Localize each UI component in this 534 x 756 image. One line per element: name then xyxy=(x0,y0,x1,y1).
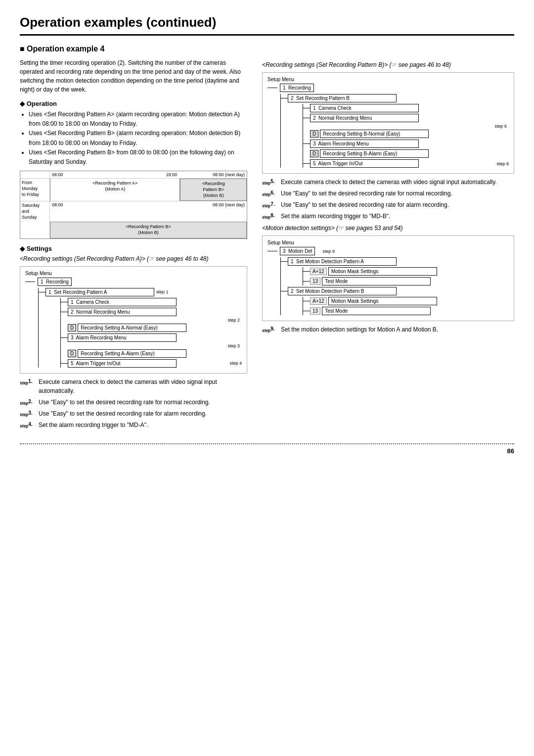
step-text-5: Execute camera check to detect the camer… xyxy=(281,178,514,187)
row-label-monfri: From Mondayto Friday xyxy=(20,179,50,201)
diagram-a: Setup Menu 1 Recording 1 Set Recording P… xyxy=(20,266,247,374)
section-title: Operation example 4 xyxy=(20,45,514,53)
setup-label-a: Setup Menu xyxy=(25,271,242,276)
d-box-alarm-a: D xyxy=(68,350,76,357)
pattern-a-cell: <Recording Pattern A>(Motion A) xyxy=(50,179,180,201)
a12-box-1: A+12 xyxy=(310,268,327,275)
step-num-4: step4. xyxy=(20,421,39,429)
alarm-trigger-a: 5 Alarm Trigger In/Out xyxy=(68,359,177,368)
motion-mask-settings-b: Motion Mask Settings xyxy=(328,297,437,305)
step8-tag: step 8 xyxy=(496,161,509,166)
test-mode-b: Test Mode xyxy=(322,307,431,315)
step-text-3: Use "Easy" to set the desired recording … xyxy=(39,409,247,418)
bullet-3: Uses <Set Recording Pattern B> from 08:0… xyxy=(29,148,247,167)
step-num-5: step5. xyxy=(262,178,281,187)
rec-setting-a-normal: Recording Setting A-Normal (Easy) xyxy=(78,324,186,332)
alarm-trigger-b: 5 Alarm Trigger In/Out xyxy=(310,159,419,168)
recording-tab-a: 1 Recording xyxy=(38,278,72,286)
page-number: 86 xyxy=(507,447,514,455)
step-text-2: Use "Easy" to set the desired recording … xyxy=(39,398,247,407)
a12-box-2: A+12 xyxy=(310,297,327,305)
test-mode-a: Test Mode xyxy=(322,277,431,285)
step-9: step9. Set the motion detection settings… xyxy=(262,325,514,334)
step-num-8: step8. xyxy=(262,212,281,221)
alarm-rec-menu-a: 3 Alarm Recording Menu xyxy=(68,333,177,342)
alarm-rec-menu-b: 3 Alarm Recording Menu xyxy=(310,140,419,148)
motion-det-tab: 3 Motion Det xyxy=(280,247,315,255)
motion-settings-ref: <Motion detection settings> (☞ see pages… xyxy=(262,225,514,232)
step9-tag: step 9 xyxy=(322,249,335,254)
step-num-9: step9. xyxy=(262,325,281,334)
setup-label-motion: Setup Menu xyxy=(267,240,509,245)
set-motion-pattern-b: 2 Set Motion Detection Pattern B xyxy=(288,287,397,295)
d-box-normal-a: D xyxy=(68,324,76,331)
bullet-2: Uses <Set Recording Pattern B> (alarm re… xyxy=(29,129,247,147)
left-column: Setting the timer recording operation (2… xyxy=(20,58,247,433)
camera-check-a: 1 Camera Check xyxy=(68,298,177,306)
pattern-b-full-cell: <Recording Pattern B>(Motion B) xyxy=(50,222,247,238)
steps-b: step5. Execute camera check to detect th… xyxy=(262,178,514,221)
rec-setting-a-alarm: Recording Setting A-Alarm (Easy) xyxy=(78,349,186,358)
diagram-motion: Setup Menu 3 Motion Det step 9 1 Set Mot… xyxy=(262,236,514,321)
time-label-sat-0800: 08:00 xyxy=(50,201,117,222)
step-text-8: Set the alarm recording trigger to "MD-B… xyxy=(281,212,514,221)
steps-a: step1. Execute camera check to detect th… xyxy=(20,378,247,429)
step6-tag: step 6 xyxy=(303,124,507,129)
intro-text: Setting the timer recording operation (2… xyxy=(20,58,247,94)
step-num-2: step2. xyxy=(20,398,39,407)
page-title: Operation examples (continued) xyxy=(20,15,514,36)
set-rec-pattern-b: 2 Set Recording Pattern B xyxy=(288,94,397,102)
motion-mask-settings-a: Motion Mask Settings xyxy=(328,267,437,276)
step-num-3: step3. xyxy=(20,409,39,418)
step-text-9: Set the motion detection settings for Mo… xyxy=(281,325,514,334)
operation-bullets: Uses <Set Recording Pattern A> (alarm re… xyxy=(20,110,247,167)
recording-tab-b: 1 Recording xyxy=(280,84,314,92)
step1-tag-a: step 1 xyxy=(156,289,169,294)
step-num-6: step6. xyxy=(262,189,281,198)
time-label-sat-0800next: 08:00 (next day) xyxy=(117,201,247,222)
normal-rec-menu-a: 2 Normal Recording Menu xyxy=(68,308,177,316)
step3-tag: step 3 xyxy=(61,343,240,348)
rec-settings-b-ref: <Recording settings (Set Recording Patte… xyxy=(262,61,514,68)
normal-rec-menu-b: 2 Normal Recording Menu xyxy=(310,114,419,122)
rec-setting-b-alarm: Recording Setting B-Alarm (Easy) xyxy=(320,149,429,158)
set-rec-pattern-a: 1 Set Recording Pattern A xyxy=(45,288,154,296)
time-label-0800a: 08:00 xyxy=(50,171,146,178)
operation-subtitle: Operation xyxy=(20,100,247,107)
camera-check-b: 1 Camera Check xyxy=(310,104,419,112)
step-num-1: step1. xyxy=(20,378,39,395)
step4-tag: step 4 xyxy=(229,361,242,366)
rec-settings-a-ref: <Recording settings (Set Recording Patte… xyxy=(20,255,247,262)
bullet-1: Uses <Set Recording Pattern A> (alarm re… xyxy=(29,110,247,129)
time-label-1800: 18:00 xyxy=(146,171,197,178)
num13-box-2: 13 xyxy=(310,307,320,315)
timeline-block: 08:00 18:00 08:00 (next day) From Monday… xyxy=(20,171,247,239)
num13-box-1: 13 xyxy=(310,278,320,285)
step-text-4: Set the alarm recording trigger to "MD-A… xyxy=(39,421,247,429)
rec-setting-b-normal: Recording Setting B-Normal (Easy) xyxy=(320,130,429,138)
d-box-normal-b: D xyxy=(310,130,318,138)
setup-label-b: Setup Menu xyxy=(267,77,509,82)
row-label-satsun: Saturday andSunday xyxy=(20,201,50,222)
d-box-alarm-b: D xyxy=(310,150,318,157)
step2-tag: step 2 xyxy=(61,318,240,323)
page-footer: 86 xyxy=(20,443,514,455)
step-num-7: step7. xyxy=(262,200,281,209)
step-text-7: Use "Easy" to set the desired recording … xyxy=(281,200,514,209)
step-text-6: Use "Easy" to set the desired recording … xyxy=(281,189,514,198)
right-column: <Recording settings (Set Recording Patte… xyxy=(262,58,514,433)
diagram-b: Setup Menu 1 Recording 2 Set Recording P… xyxy=(262,72,514,174)
step-text-1: Execute camera check to detect the camer… xyxy=(39,378,247,395)
time-label-0800next: 08:00 (next day) xyxy=(197,171,247,178)
settings-subtitle: Settings xyxy=(20,245,247,252)
pattern-b-short-cell: <RecordingPattern B>(Motion B) xyxy=(180,179,247,201)
set-motion-pattern-a: 1 Set Motion Detection Pattern A xyxy=(288,257,397,266)
